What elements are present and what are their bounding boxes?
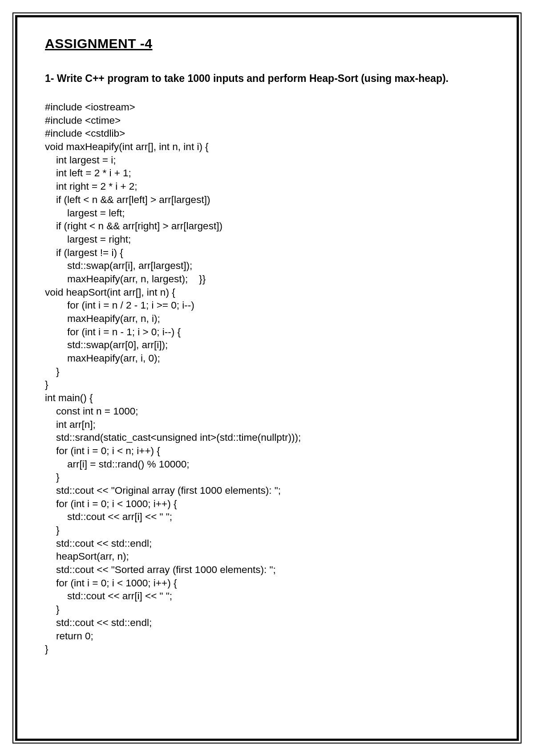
inner-border: ASSIGNMENT -4 1- Write C++ program to ta… bbox=[15, 15, 519, 741]
question-text: 1- Write C++ program to take 1000 inputs… bbox=[45, 72, 489, 85]
code-block: #include <iostream> #include <ctime> #in… bbox=[45, 101, 489, 656]
outer-border: ASSIGNMENT -4 1- Write C++ program to ta… bbox=[12, 12, 522, 744]
page-title: ASSIGNMENT -4 bbox=[45, 36, 489, 51]
document-page: ASSIGNMENT -4 1- Write C++ program to ta… bbox=[0, 0, 534, 756]
